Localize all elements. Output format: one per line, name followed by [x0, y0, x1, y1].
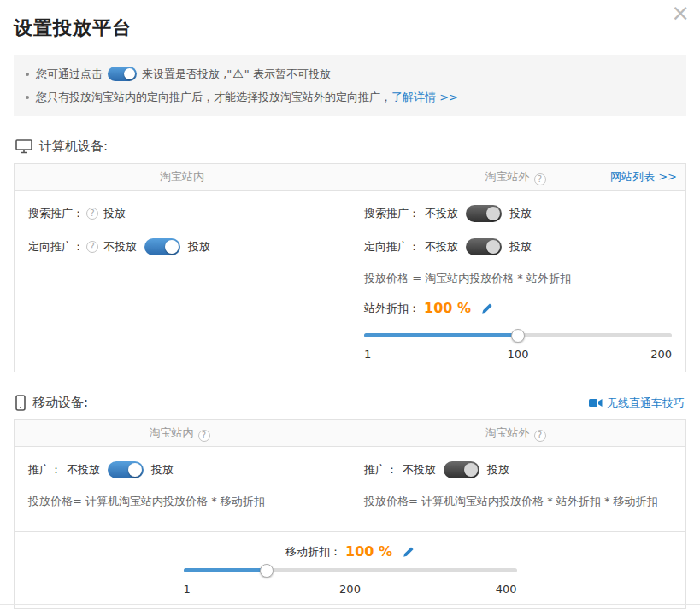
pc-onsite-target-toggle[interactable]: [144, 238, 180, 255]
slider-max-label: 400: [496, 583, 517, 595]
notice-line-2: 您只有投放淘宝站内的定向推广后，才能选择投放淘宝站外的定向推广，了解详情 >>: [26, 85, 674, 109]
video-camera-icon: [589, 398, 603, 408]
mobile-table-header: 淘宝站内? 淘宝站外?: [15, 420, 685, 447]
mobile-discount-slider[interactable]: [184, 563, 517, 577]
computer-section-title: 计算机设备:: [39, 138, 108, 155]
toggle-knob: [165, 240, 179, 254]
toggle-knob: [486, 240, 500, 254]
computer-section-head: 计算机设备:: [15, 138, 685, 155]
slider-handle[interactable]: [511, 329, 525, 343]
slider-min-label: 1: [364, 348, 371, 361]
mobile-discount-value: 100 %: [345, 543, 392, 560]
col-header-label: 淘宝站外: [485, 426, 530, 439]
pc-offsite-target-toggle[interactable]: [466, 238, 502, 255]
help-icon[interactable]: ?: [198, 430, 210, 442]
toggle-knob: [486, 207, 500, 220]
promo-label: 推广：: [364, 462, 397, 478]
help-icon[interactable]: ?: [86, 241, 98, 253]
target-promo-label: 定向推广：: [364, 239, 420, 255]
set-platform-dialog: × 设置投放平台 您可通过点击来设置是否投放 ,"⚠" 表示暂不可投放 您只有投…: [0, 0, 700, 610]
pc-offsite-search-row: 搜索推广：不投放投放: [364, 204, 672, 222]
offsite-discount-row: 站外折扣：100 %: [364, 300, 672, 316]
help-icon[interactable]: ?: [86, 208, 98, 220]
pc-offsite-target-row: 定向推广：不投放投放: [364, 238, 672, 255]
mobile-discount-footer: 移动折扣：100 % 1 200 400: [15, 531, 685, 608]
pc-onsite-target-row: 定向推广：?不投放投放: [28, 238, 336, 255]
mobile-offsite-toggle[interactable]: [444, 461, 479, 478]
slider-mid-label: 100: [508, 348, 529, 361]
mobile-section-title: 移动设备:: [32, 395, 88, 411]
offsite-discount-label: 站外折扣：: [364, 301, 420, 316]
mobile-onsite-toggle[interactable]: [108, 461, 144, 478]
bullet-dot: [26, 96, 29, 99]
on-label: 投放: [509, 206, 532, 221]
close-icon[interactable]: ×: [671, 2, 690, 24]
computer-table-body: 搜索推广：?投放 定向推广：?不投放投放 搜索推广：不投放投放 定向推广：不投放…: [15, 191, 685, 372]
notice-text: 来设置是否投放 ,": [142, 67, 232, 80]
example-toggle: [108, 67, 137, 81]
off-label: 不投放: [67, 462, 100, 478]
toggle-knob: [128, 463, 142, 477]
learn-more-link[interactable]: 了解详情 >>: [391, 91, 458, 103]
slider-min-label: 1: [184, 583, 191, 595]
site-list-link[interactable]: 网站列表 >>: [610, 164, 677, 189]
mobile-table-body: 推广：不投放投放 投放价格= 计算机淘宝站内投放价格 * 移动折扣 推广：不投放…: [15, 447, 685, 531]
notice-line-1: 您可通过点击来设置是否投放 ,"⚠" 表示暂不可投放: [26, 62, 674, 85]
col-header-label: 淘宝站内: [160, 170, 204, 183]
page-title: 设置投放平台: [14, 15, 686, 41]
slider-labels: 1 100 200: [364, 348, 672, 363]
on-label: 投放: [151, 462, 174, 478]
edit-icon[interactable]: [403, 546, 415, 558]
notice-box: 您可通过点击来设置是否投放 ,"⚠" 表示暂不可投放 您只有投放淘宝站内的定向推…: [14, 55, 686, 116]
col-header-taobao-offsite: 淘宝站外? 网站列表 >>: [350, 164, 685, 190]
notice-text: 您可通过点击: [36, 67, 103, 80]
on-label: 投放: [188, 239, 210, 255]
mobile-offsite-price-formula: 投放价格= 计算机淘宝站内投放价格 * 站外折扣 * 移动折扣: [364, 494, 672, 509]
mobile-table: 淘宝站内? 淘宝站外? 推广：不投放投放 投放价格= 计算机淘宝站内投放价格 *…: [14, 419, 686, 609]
edit-icon[interactable]: [481, 302, 493, 314]
computer-table-header: 淘宝站内 淘宝站外? 网站列表 >>: [15, 164, 685, 191]
target-promo-label: 定向推广：: [28, 239, 84, 255]
search-promo-value: 投放: [103, 206, 126, 221]
slider-fill: [184, 568, 268, 572]
on-label: 投放: [487, 462, 509, 478]
mobile-onsite-cell: 推广：不投放投放 投放价格= 计算机淘宝站内投放价格 * 移动折扣: [15, 447, 350, 531]
computer-table: 淘宝站内 淘宝站外? 网站列表 >> 搜索推广：?投放 定向推广：?不投放投放 …: [14, 163, 686, 372]
warning-icon: ⚠: [232, 67, 244, 80]
col-header-taobao-onsite: 淘宝站内: [15, 164, 350, 190]
wireless-tips-link[interactable]: 无线直通车技巧: [589, 396, 685, 411]
computer-icon: [15, 139, 32, 154]
off-label: 不投放: [425, 239, 458, 255]
slider-max-label: 200: [650, 348, 672, 361]
help-icon[interactable]: ?: [534, 430, 546, 442]
slider-labels: 1 200 400: [184, 583, 517, 598]
wireless-tips-label: 无线直通车技巧: [607, 396, 685, 411]
slider-handle[interactable]: [260, 564, 274, 578]
slider-mid-label: 200: [339, 583, 361, 595]
offsite-discount-value: 100 %: [424, 300, 471, 316]
search-promo-label: 搜索推广：: [364, 206, 420, 221]
pc-offsite-price-formula: 投放价格 = 淘宝站内投放价格 * 站外折扣: [364, 271, 672, 286]
mobile-offsite-cell: 推广：不投放投放 投放价格= 计算机淘宝站内投放价格 * 站外折扣 * 移动折扣: [350, 447, 685, 531]
toggle-knob: [464, 463, 478, 477]
search-promo-label: 搜索推广：: [28, 206, 84, 221]
help-icon[interactable]: ?: [534, 173, 546, 185]
notice-text: 您只有投放淘宝站内的定向推广后，才能选择投放淘宝站外的定向推广，: [36, 91, 391, 103]
mobile-onsite-promo-row: 推广：不投放投放: [28, 460, 336, 478]
mobile-discount-label: 移动折扣：: [285, 544, 341, 560]
toggle-knob: [124, 68, 135, 79]
off-label: 不投放: [425, 206, 458, 221]
mobile-discount-row: 移动折扣：100 %: [15, 543, 685, 560]
notice-text: " 表示暂不可投放: [244, 67, 331, 80]
col-header-taobao-onsite: 淘宝站内?: [15, 420, 350, 446]
on-label: 投放: [509, 239, 532, 255]
pc-onsite-search-row: 搜索推广：?投放: [28, 204, 336, 222]
pc-offsite-search-toggle[interactable]: [466, 205, 502, 222]
offsite-discount-slider[interactable]: [364, 328, 672, 342]
mobile-discount-slider-wrap: 1 200 400: [184, 563, 517, 598]
mobile-onsite-price-formula: 投放价格= 计算机淘宝站内投放价格 * 移动折扣: [28, 494, 336, 509]
mobile-icon: [15, 395, 26, 411]
bullet-dot: [26, 73, 29, 76]
dialog-bottom-border: [0, 604, 700, 605]
col-header-taobao-offsite: 淘宝站外?: [350, 420, 685, 446]
